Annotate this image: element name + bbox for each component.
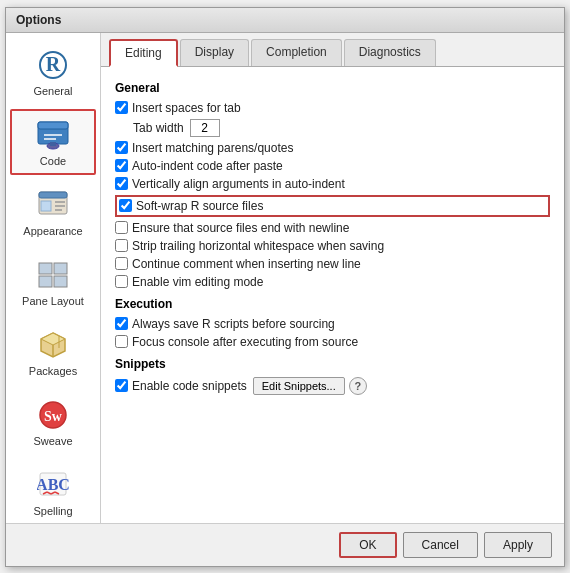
checkbox-insert-spaces[interactable] xyxy=(115,101,128,114)
checkbox-ensure-newline[interactable] xyxy=(115,221,128,234)
option-vertically-align: Vertically align arguments in auto-inden… xyxy=(115,177,550,191)
checkbox-vim-mode[interactable] xyxy=(115,275,128,288)
edit-snippets-button[interactable]: Edit Snippets... xyxy=(253,377,345,395)
sidebar-label-spelling: Spelling xyxy=(33,505,72,517)
general-section-title: General xyxy=(115,81,550,95)
svg-text:R: R xyxy=(46,53,61,75)
svg-rect-16 xyxy=(39,276,52,287)
dialog-title: Options xyxy=(16,13,61,27)
sidebar-item-sweave[interactable]: Sw Sweave xyxy=(10,389,96,455)
tab-width-row: Tab width xyxy=(115,119,550,137)
label-insert-spaces: Insert spaces for tab xyxy=(132,101,241,115)
checkbox-focus-console[interactable] xyxy=(115,335,128,348)
svg-rect-9 xyxy=(39,192,67,198)
sidebar-label-appearance: Appearance xyxy=(23,225,82,237)
code-icon xyxy=(35,117,71,153)
label-insert-matching: Insert matching parens/quotes xyxy=(132,141,293,155)
label-ensure-newline: Ensure that source files end with newlin… xyxy=(132,221,349,235)
tab-diagnostics[interactable]: Diagnostics xyxy=(344,39,436,66)
snippets-help-button[interactable]: ? xyxy=(349,377,367,395)
general-icon: R xyxy=(35,47,71,83)
checkbox-soft-wrap[interactable] xyxy=(119,199,132,212)
packages-icon xyxy=(35,327,71,363)
dialog-footer: OK Cancel Apply xyxy=(6,523,564,566)
title-bar: Options xyxy=(6,8,564,33)
sweave-icon: Sw xyxy=(35,397,71,433)
cancel-button[interactable]: Cancel xyxy=(403,532,478,558)
option-snippets: Enable code snippets Edit Snippets... ? xyxy=(115,377,550,395)
option-focus-console: Focus console after executing from sourc… xyxy=(115,335,550,349)
checkbox-snippets[interactable] xyxy=(115,379,128,392)
svg-rect-17 xyxy=(54,276,67,287)
appearance-icon xyxy=(35,187,71,223)
editing-panel: General Insert spaces for tab Tab width … xyxy=(101,67,564,523)
option-auto-indent: Auto-indent code after paste xyxy=(115,159,550,173)
label-continue-comment: Continue comment when inserting new line xyxy=(132,257,361,271)
sidebar-label-code: Code xyxy=(40,155,66,167)
label-strip-whitespace: Strip trailing horizontal whitespace whe… xyxy=(132,239,384,253)
label-vim-mode: Enable vim editing mode xyxy=(132,275,263,289)
label-focus-console: Focus console after executing from sourc… xyxy=(132,335,358,349)
label-always-save: Always save R scripts before sourcing xyxy=(132,317,335,331)
tab-display[interactable]: Display xyxy=(180,39,249,66)
checkbox-strip-whitespace[interactable] xyxy=(115,239,128,252)
svg-rect-14 xyxy=(39,263,52,274)
dialog-body: R General Code xyxy=(6,33,564,523)
apply-button[interactable]: Apply xyxy=(484,532,552,558)
main-content: Editing Display Completion Diagnostics G… xyxy=(101,33,564,523)
option-vim-mode: Enable vim editing mode xyxy=(115,275,550,289)
spelling-icon: ABC xyxy=(35,467,71,503)
option-ensure-newline: Ensure that source files end with newlin… xyxy=(115,221,550,235)
options-dialog: Options R General xyxy=(5,7,565,567)
pane-layout-icon xyxy=(35,257,71,293)
tab-bar: Editing Display Completion Diagnostics xyxy=(101,33,564,67)
checkbox-continue-comment[interactable] xyxy=(115,257,128,270)
svg-text:Sw: Sw xyxy=(44,409,63,424)
checkbox-always-save[interactable] xyxy=(115,317,128,330)
tab-editing[interactable]: Editing xyxy=(109,39,178,67)
sidebar-item-general[interactable]: R General xyxy=(10,39,96,105)
sidebar-label-sweave: Sweave xyxy=(33,435,72,447)
tab-completion[interactable]: Completion xyxy=(251,39,342,66)
option-soft-wrap-highlighted: Soft-wrap R source files xyxy=(115,195,550,217)
snippets-section-title: Snippets xyxy=(115,357,550,371)
tab-width-label: Tab width xyxy=(133,121,184,135)
checkbox-insert-matching[interactable] xyxy=(115,141,128,154)
sidebar-item-spelling[interactable]: ABC Spelling xyxy=(10,459,96,523)
checkbox-vertically-align[interactable] xyxy=(115,177,128,190)
option-always-save: Always save R scripts before sourcing xyxy=(115,317,550,331)
option-strip-whitespace: Strip trailing horizontal whitespace whe… xyxy=(115,239,550,253)
ok-button[interactable]: OK xyxy=(339,532,396,558)
sidebar-label-general: General xyxy=(33,85,72,97)
execution-section-title: Execution xyxy=(115,297,550,311)
sidebar-item-pane-layout[interactable]: Pane Layout xyxy=(10,249,96,315)
svg-rect-3 xyxy=(38,122,68,129)
checkbox-auto-indent[interactable] xyxy=(115,159,128,172)
sidebar-item-code[interactable]: Code xyxy=(10,109,96,175)
svg-rect-15 xyxy=(54,263,67,274)
label-snippets: Enable code snippets xyxy=(132,379,247,393)
sidebar-item-appearance[interactable]: Appearance xyxy=(10,179,96,245)
svg-text:ABC: ABC xyxy=(37,476,69,493)
sidebar-label-packages: Packages xyxy=(29,365,77,377)
option-insert-matching: Insert matching parens/quotes xyxy=(115,141,550,155)
option-continue-comment: Continue comment when inserting new line xyxy=(115,257,550,271)
label-vertically-align: Vertically align arguments in auto-inden… xyxy=(132,177,345,191)
sidebar-label-pane-layout: Pane Layout xyxy=(22,295,84,307)
svg-rect-5 xyxy=(50,142,56,146)
svg-rect-10 xyxy=(41,201,51,211)
option-insert-spaces: Insert spaces for tab xyxy=(115,101,550,115)
label-soft-wrap: Soft-wrap R source files xyxy=(136,199,263,213)
sidebar-item-packages[interactable]: Packages xyxy=(10,319,96,385)
sidebar: R General Code xyxy=(6,33,101,523)
label-auto-indent: Auto-indent code after paste xyxy=(132,159,283,173)
tab-width-input[interactable] xyxy=(190,119,220,137)
